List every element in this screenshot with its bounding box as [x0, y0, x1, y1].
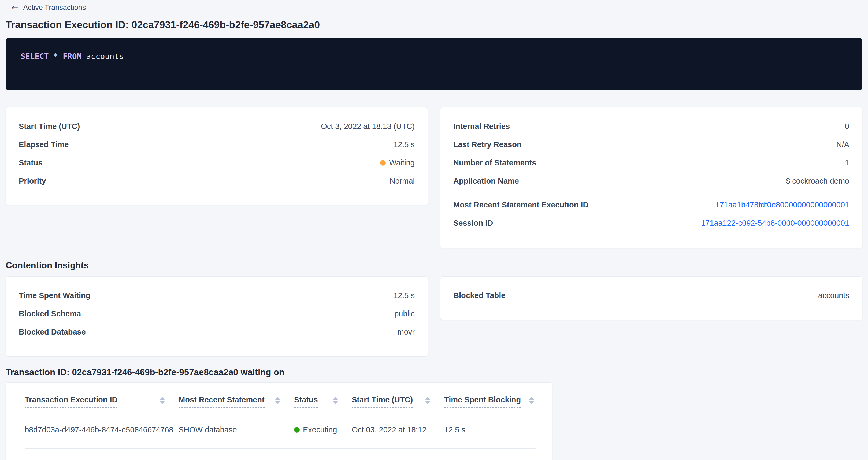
sort-icon[interactable]	[160, 397, 164, 407]
field-label: Time Spent Waiting	[19, 291, 90, 300]
back-arrow-icon: ←	[11, 3, 18, 11]
cell-most-recent-statement: SHOW database	[179, 425, 294, 434]
column-header-most-recent-statement: Most Recent Statement	[179, 395, 294, 408]
contention-row-blocked-schema: Blocked Schema public	[19, 305, 415, 323]
column-header-status: Status	[294, 395, 352, 408]
summary-row-status: Status Waiting	[19, 154, 415, 172]
contention-waiting-card: Time Spent Waiting 12.5 s Blocked Schema…	[6, 276, 428, 357]
summary-row-start-time: Start Time (UTC) Oct 3, 2022 at 18:13 (U…	[19, 117, 415, 135]
field-value: Oct 3, 2022 at 18:13 (UTC)	[321, 122, 415, 131]
details-row-session-id: Session ID 171aa122-c092-54b8-0000-00000…	[453, 214, 849, 232]
details-row-last-retry-reason: Last Retry Reason N/A	[453, 135, 849, 154]
field-value: movr	[398, 328, 415, 336]
status-text: Waiting	[389, 158, 415, 167]
field-value: 12.5 s	[394, 291, 415, 300]
sql-text: accounts	[82, 52, 124, 61]
field-label: Start Time (UTC)	[19, 122, 80, 131]
sort-icon[interactable]	[426, 397, 430, 407]
sql-keyword: SELECT	[21, 52, 49, 61]
summary-row-elapsed-time: Elapsed Time 12.5 s	[19, 135, 415, 154]
column-header-label[interactable]: Time Spent Blocking	[444, 395, 521, 408]
column-header-time-spent-blocking: Time Spent Blocking	[444, 395, 536, 408]
field-label: Internal Retries	[453, 122, 510, 131]
details-row-application-name: Application Name $ cockroach demo	[453, 172, 849, 190]
contention-row-blocked-table: Blocked Table accounts	[453, 286, 849, 305]
details-row-number-of-statements: Number of Statements 1	[453, 154, 849, 172]
field-value: 12.5 s	[394, 140, 415, 149]
summary-row-priority: Priority Normal	[19, 172, 415, 190]
waiting-status-dot-icon	[380, 160, 386, 166]
field-value: accounts	[818, 291, 849, 300]
cell-status: Executing	[294, 425, 352, 434]
sql-keyword: FROM	[63, 52, 82, 61]
column-header-transaction-execution-id: Transaction Execution ID	[25, 395, 179, 408]
column-header-label[interactable]: Most Recent Statement	[179, 395, 265, 408]
field-value: $ cockroach demo	[786, 177, 849, 185]
sql-statement-box: SELECT * FROM accounts	[6, 38, 862, 90]
contention-row-time-spent-waiting: Time Spent Waiting 12.5 s	[19, 286, 415, 305]
field-label: Application Name	[453, 177, 519, 185]
sort-icon[interactable]	[529, 397, 534, 407]
contention-row-blocked-database: Blocked Database movr	[19, 323, 415, 341]
sql-text: *	[49, 52, 63, 61]
field-label: Status	[19, 158, 42, 167]
statement-execution-id-link[interactable]: 171aa1b478fdf0e80000000000000001	[715, 201, 849, 209]
field-label: Blocked Schema	[19, 309, 81, 318]
column-header-label[interactable]: Status	[294, 395, 318, 408]
cell-start-time: Oct 03, 2022 at 18:12	[352, 425, 444, 434]
cell-time-spent-blocking: 12.5 s	[444, 425, 536, 434]
contention-insights-heading: Contention Insights	[6, 260, 862, 271]
transaction-details-page: ← Active Transactions Transaction Execut…	[0, 0, 868, 460]
execution-details-card: Internal Retries 0 Last Retry Reason N/A…	[440, 107, 862, 248]
breadcrumb[interactable]: ← Active Transactions	[11, 2, 862, 13]
summary-cards-row: Start Time (UTC) Oct 3, 2022 at 18:13 (U…	[6, 107, 862, 248]
field-label: Number of Statements	[453, 158, 536, 167]
field-value: 1	[845, 158, 849, 167]
field-label: Priority	[19, 177, 46, 185]
status-text: Executing	[303, 425, 337, 434]
field-value: N/A	[836, 140, 849, 149]
sort-icon[interactable]	[333, 397, 338, 407]
contention-cards-row: Time Spent Waiting 12.5 s Blocked Schema…	[6, 276, 862, 357]
table-header-row: Transaction Execution ID Most Recent Sta…	[25, 382, 536, 411]
sql-statement: SELECT * FROM accounts	[21, 52, 124, 61]
contention-blocked-table-card: Blocked Table accounts	[440, 276, 862, 320]
cell-transaction-execution-id: b8d7d03a-d497-446b-8474-e50846674768	[25, 425, 179, 434]
field-value: Normal	[390, 177, 415, 185]
column-header-label[interactable]: Transaction Execution ID	[25, 395, 117, 408]
field-label: Blocked Table	[453, 291, 505, 300]
table-row: b8d7d03a-d497-446b-8474-e50846674768 SHO…	[25, 411, 536, 449]
column-header-label[interactable]: Start Time (UTC)	[352, 395, 413, 408]
card-divider	[453, 193, 849, 193]
waiting-on-heading: Transaction ID: 02ca7931-f246-469b-b2fe-…	[6, 367, 862, 377]
breadcrumb-label: Active Transactions	[23, 3, 86, 12]
field-value: public	[394, 309, 415, 318]
details-row-statement-execution-id: Most Recent Statement Execution ID 171aa…	[453, 196, 849, 214]
field-label: Session ID	[453, 219, 493, 227]
field-value: 0	[845, 122, 849, 131]
status-value: Waiting	[380, 158, 415, 167]
session-id-link[interactable]: 171aa122-c092-54b8-0000-000000000001	[701, 219, 849, 227]
details-row-internal-retries: Internal Retries 0	[453, 117, 849, 135]
page-title: Transaction Execution ID: 02ca7931-f246-…	[6, 19, 862, 31]
waiting-transactions-table: Transaction Execution ID Most Recent Sta…	[6, 382, 553, 460]
field-label: Blocked Database	[19, 328, 86, 336]
field-label: Most Recent Statement Execution ID	[453, 201, 588, 209]
executing-status-dot-icon	[294, 427, 300, 433]
sort-icon[interactable]	[275, 397, 280, 407]
column-header-start-time: Start Time (UTC)	[352, 395, 444, 408]
field-label: Elapsed Time	[19, 140, 69, 149]
field-label: Last Retry Reason	[453, 140, 522, 149]
execution-summary-card: Start Time (UTC) Oct 3, 2022 at 18:13 (U…	[6, 107, 428, 205]
